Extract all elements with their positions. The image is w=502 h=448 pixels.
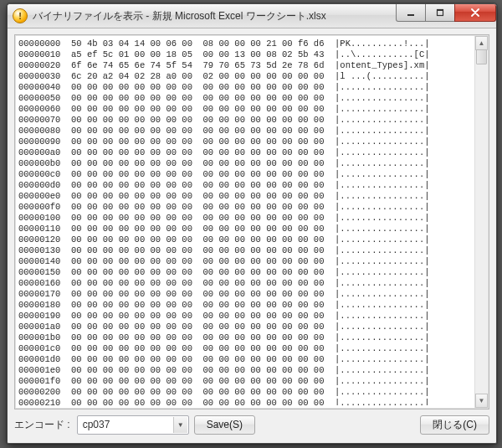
maximize-button[interactable] [425, 4, 455, 22]
close-footer-button[interactable]: 閉じる(C) [420, 415, 489, 435]
hex-view[interactable]: 00000000 50 4b 03 04 14 00 06 00 08 00 0… [18, 39, 475, 405]
scroll-down-arrow-icon[interactable]: ▼ [475, 394, 488, 408]
vertical-scrollbar[interactable]: ▲ ▼ [474, 36, 488, 408]
scroll-thumb[interactable] [476, 49, 487, 64]
encoding-value: cp037 [83, 419, 110, 430]
titlebar[interactable]: ! バイナリファイルを表示 - 新規 Microsoft Excel ワークシー… [8, 4, 496, 28]
encoding-combo[interactable]: cp037 ▼ [77, 415, 189, 435]
minimize-button[interactable] [396, 4, 426, 22]
scroll-track[interactable] [475, 49, 488, 394]
content-panel: 00000000 50 4b 03 04 14 00 06 00 08 00 0… [14, 34, 489, 409]
window: ! バイナリファイルを表示 - 新規 Microsoft Excel ワークシー… [7, 3, 497, 444]
scroll-up-arrow-icon[interactable]: ▲ [475, 36, 488, 50]
svg-rect-0 [407, 14, 414, 16]
encoding-label: エンコード : [14, 418, 70, 432]
footer: エンコード : cp037 ▼ Save(S) 閉じる(C) [14, 413, 489, 436]
save-button[interactable]: Save(S) [194, 415, 255, 435]
svg-rect-2 [437, 9, 443, 11]
chevron-down-icon: ▼ [173, 417, 187, 433]
close-button[interactable] [454, 4, 496, 22]
window-buttons [397, 4, 496, 22]
warning-icon: ! [13, 8, 28, 23]
